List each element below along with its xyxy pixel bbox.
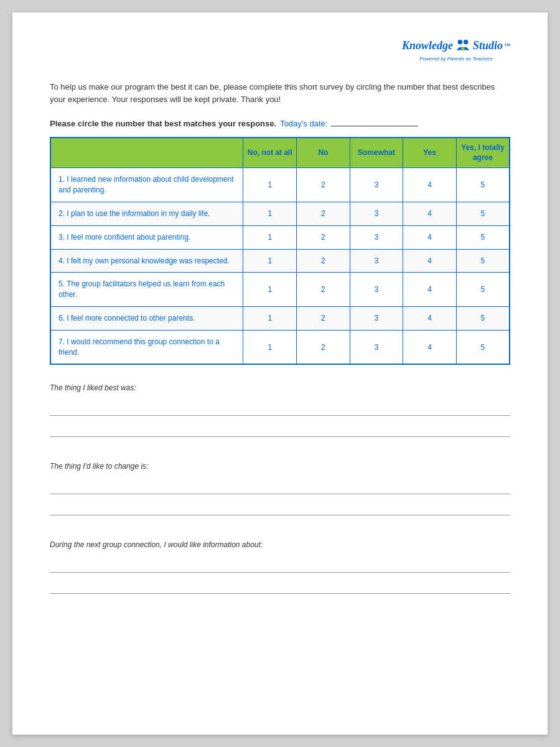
answer-line-6[interactable] bbox=[50, 576, 510, 594]
logo-container: Knowledge Studio ™ Powered by Parents as… bbox=[402, 37, 510, 62]
row-1-col-1[interactable]: 1 bbox=[243, 168, 297, 202]
table-row: 4. I felt my own personal knowledge was … bbox=[50, 249, 510, 273]
row-3-col-5[interactable]: 5 bbox=[456, 225, 510, 249]
question-cell-3: 3. I feel more confident about parenting… bbox=[50, 225, 243, 249]
open-question-2: The thing I'd like to change is: bbox=[50, 462, 510, 515]
row-6-col-3[interactable]: 3 bbox=[350, 306, 403, 330]
svg-point-1 bbox=[464, 40, 468, 44]
row-7-col-5[interactable]: 5 bbox=[456, 330, 510, 364]
row-6-col-1[interactable]: 1 bbox=[243, 306, 297, 330]
question-cell-2: 2. I plan to use the information in my d… bbox=[50, 202, 243, 225]
header-col1: No, not at all bbox=[243, 138, 297, 168]
row-1-col-4[interactable]: 4 bbox=[403, 168, 457, 202]
row-3-col-3[interactable]: 3 bbox=[350, 225, 403, 249]
row-1-col-2[interactable]: 2 bbox=[297, 168, 350, 202]
header-question bbox=[50, 138, 243, 168]
open-q1-label: The thing I liked best was: bbox=[50, 383, 510, 392]
row-6-col-4[interactable]: 4 bbox=[403, 306, 457, 330]
row-4-col-3[interactable]: 3 bbox=[350, 249, 403, 273]
header-col2: No bbox=[297, 138, 350, 168]
question-cell-4: 4. I felt my own personal knowledge was … bbox=[50, 249, 243, 273]
svg-point-2 bbox=[461, 47, 465, 50]
answer-line-5[interactable] bbox=[50, 555, 510, 573]
today-date-label: Today's date: bbox=[280, 119, 327, 128]
row-3-col-4[interactable]: 4 bbox=[403, 225, 457, 249]
row-3-col-2[interactable]: 2 bbox=[297, 225, 350, 249]
open-q2-lines bbox=[50, 477, 510, 515]
table-row: 7. I would recommend this group connecti… bbox=[50, 330, 510, 364]
row-4-col-1[interactable]: 1 bbox=[243, 249, 297, 273]
open-q2-label: The thing I'd like to change is: bbox=[50, 462, 510, 471]
question-cell-6: 6. I feel more connected to other parent… bbox=[50, 306, 243, 330]
row-7-col-3[interactable]: 3 bbox=[350, 330, 403, 364]
logo-area: Knowledge Studio ™ Powered by Parents as… bbox=[50, 37, 510, 62]
open-question-3: During the next group connection, I woul… bbox=[50, 540, 510, 594]
row-4-col-2[interactable]: 2 bbox=[297, 249, 350, 273]
date-input-line[interactable] bbox=[331, 118, 418, 126]
row-5-col-1[interactable]: 1 bbox=[243, 273, 297, 307]
header-col4: Yes bbox=[403, 138, 457, 168]
logo-tm: ™ bbox=[504, 42, 510, 50]
intro-paragraph: To help us make our program the best it … bbox=[50, 81, 510, 107]
row-1-col-3[interactable]: 3 bbox=[350, 168, 403, 202]
open-q1-lines bbox=[50, 398, 510, 437]
row-3-col-1[interactable]: 1 bbox=[243, 225, 297, 249]
row-6-col-2[interactable]: 2 bbox=[297, 306, 350, 330]
row-4-col-4[interactable]: 4 bbox=[403, 249, 457, 273]
date-line: Please circle the number that best match… bbox=[50, 118, 510, 128]
logo-studio: Studio bbox=[473, 39, 503, 53]
row-6-col-5[interactable]: 5 bbox=[456, 306, 510, 330]
row-7-col-2[interactable]: 2 bbox=[297, 330, 350, 364]
open-q3-lines bbox=[50, 555, 510, 594]
row-5-col-3[interactable]: 3 bbox=[350, 273, 403, 307]
table-header-row: No, not at all No Somewhat Yes Yes, I to… bbox=[50, 138, 510, 168]
header-col3: Somewhat bbox=[350, 138, 403, 168]
table-row: 2. I plan to use the information in my d… bbox=[50, 202, 510, 225]
question-cell-1: 1. I learned new information about child… bbox=[50, 168, 243, 202]
logo-knowledge: Knowledge bbox=[402, 39, 453, 53]
table-row: 1. I learned new information about child… bbox=[50, 168, 510, 202]
answer-line-3[interactable] bbox=[50, 477, 510, 494]
row-5-col-2[interactable]: 2 bbox=[297, 273, 350, 307]
survey-table: No, not at all No Somewhat Yes Yes, I to… bbox=[50, 137, 510, 365]
row-4-col-5[interactable]: 5 bbox=[456, 249, 510, 273]
row-1-col-5[interactable]: 5 bbox=[456, 168, 510, 202]
table-row: 6. I feel more connected to other parent… bbox=[50, 306, 510, 330]
row-7-col-1[interactable]: 1 bbox=[243, 330, 297, 364]
logo-brand: Knowledge Studio ™ bbox=[402, 37, 510, 55]
please-circle-text: Please circle the number that best match… bbox=[50, 119, 276, 128]
row-5-col-5[interactable]: 5 bbox=[456, 273, 510, 307]
row-2-col-4[interactable]: 4 bbox=[403, 202, 457, 225]
answer-line-2[interactable] bbox=[50, 420, 510, 437]
question-cell-5: 5. The group facilitators helped us lear… bbox=[50, 273, 243, 307]
row-2-col-5[interactable]: 5 bbox=[456, 202, 510, 225]
row-5-col-4[interactable]: 4 bbox=[403, 273, 457, 307]
svg-point-0 bbox=[458, 40, 462, 44]
answer-line-4[interactable] bbox=[50, 498, 510, 515]
table-row: 3. I feel more confident about parenting… bbox=[50, 225, 510, 249]
open-q3-label: During the next group connection, I woul… bbox=[50, 540, 510, 549]
header-col5: Yes, I totally agree bbox=[456, 138, 510, 168]
question-cell-7: 7. I would recommend this group connecti… bbox=[50, 330, 243, 364]
table-row: 5. The group facilitators helped us lear… bbox=[50, 273, 510, 307]
survey-page: Knowledge Studio ™ Powered by Parents as… bbox=[12, 12, 548, 735]
logo-icon bbox=[454, 37, 472, 55]
row-2-col-1[interactable]: 1 bbox=[243, 202, 297, 225]
row-7-col-4[interactable]: 4 bbox=[403, 330, 457, 364]
row-2-col-2[interactable]: 2 bbox=[297, 202, 350, 225]
answer-line-1[interactable] bbox=[50, 398, 510, 416]
row-2-col-3[interactable]: 3 bbox=[350, 202, 403, 225]
open-question-1: The thing I liked best was: bbox=[50, 383, 510, 437]
logo-tagline: Powered by Parents as Teachers bbox=[402, 56, 510, 62]
